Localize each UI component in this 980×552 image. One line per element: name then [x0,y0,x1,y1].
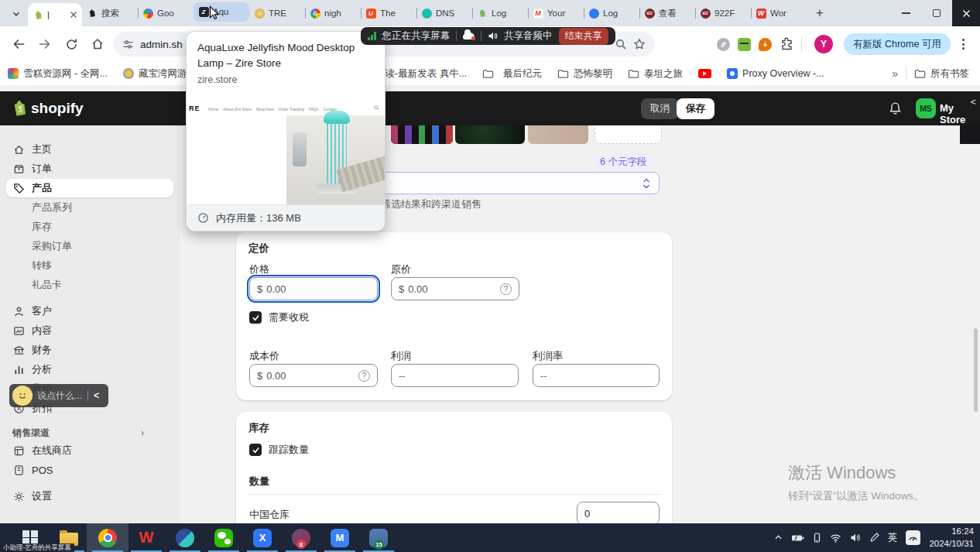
bookmark-xuegao[interactable]: 雪糕资源网 - 全网... [8,67,108,81]
tab-goo[interactable]: Goo [138,0,194,26]
chrome-icon[interactable] [98,523,118,552]
sidebar-item-transfers[interactable]: 转移 [6,256,173,275]
tab-your-gmail[interactable]: MYour [528,0,584,26]
save-button[interactable]: 保存 [677,98,714,119]
tab-active-shopify[interactable]: | [28,3,82,26]
shield-app-icon[interactable] [175,523,195,552]
sidebar-item-online-store[interactable]: 在线商店 [6,441,173,460]
sidebar-item-collections[interactable]: 产品系列 [6,198,173,217]
forward-button[interactable] [34,33,56,55]
sidebar-item-finances[interactable]: 财务 [6,341,173,359]
compare-price-input[interactable]: $0.00? [391,277,519,300]
tab-wor-word[interactable]: WWor [751,0,807,26]
bookmark-cangbaowan[interactable]: 藏宝湾网游 [123,67,187,81]
store-avatar[interactable]: MS [916,98,936,118]
hidden-icons-chevron[interactable] [774,533,783,542]
bookmarks-overflow-icon[interactable]: » [892,67,898,80]
media-thumbnail-dark[interactable] [455,125,525,144]
close-button[interactable] [952,0,980,26]
zoom-icon[interactable] [615,38,627,50]
site-settings-icon[interactable] [122,39,134,50]
chat-input[interactable]: 说点什么... [37,389,82,403]
link-extension-icon[interactable] [717,38,730,51]
notifications-bell-icon[interactable] [889,101,902,115]
ime-indicator[interactable]: 英 [888,531,898,544]
tab-search-button[interactable] [6,3,26,25]
media-add-tile[interactable] [595,125,662,144]
tab-log-shopify[interactable]: Log [472,0,528,26]
charge-tax-checkbox-row[interactable]: 需要收税 [249,310,309,324]
profit-input[interactable]: -- [391,364,519,387]
restore-button[interactable] [921,0,952,26]
battery-icon[interactable] [791,533,804,543]
cost-input[interactable]: $0.00? [249,364,378,387]
app-badge-15-icon[interactable]: 15 [368,523,389,552]
download-extension-icon[interactable] [759,38,772,51]
chat-collapse-button[interactable]: < [94,390,99,401]
tab-log-blue[interactable]: Log [584,0,639,26]
wechat-icon[interactable] [214,523,234,552]
collapse-arrow[interactable]: < [970,96,976,108]
media-thumbnail-variants[interactable] [391,125,453,144]
checkbox-checked-icon[interactable] [249,444,262,456]
profile-avatar[interactable]: Y [814,35,833,53]
phone-icon[interactable] [813,533,821,543]
meeting-app-icon[interactable] [463,33,475,39]
bookmark-youtube[interactable] [698,69,711,78]
adblock-glasses-extension-icon[interactable] [738,38,751,51]
tab-chakan-922[interactable]: 922查看 [639,0,695,26]
bookmark-folder-zuihoujiyuan[interactable]: 最后纪元 [482,67,542,81]
bookmark-zuixinfabiao[interactable]: 读-最新发表 真牛... [385,67,468,81]
home-button[interactable] [87,33,108,55]
volume-icon[interactable] [850,533,861,543]
smiley-icon[interactable] [12,386,33,406]
tab-aqu-zire[interactable]: ZAqu [194,2,249,22]
sidebar-item-orders[interactable]: 订单 [6,159,173,178]
taskbar-clock[interactable]: 16:24 2024/10/31 [929,526,974,550]
price-input[interactable]: $0.00 [249,277,378,300]
tab-the[interactable]: UThe [361,0,416,26]
pen-icon[interactable] [869,533,879,543]
browser-menu-icon[interactable] [957,33,971,55]
media-thumbnail-beige[interactable] [528,125,588,144]
bookmark-folder-kongbuliming[interactable]: 恐怖黎明 [557,67,612,81]
all-bookmarks-folder[interactable]: 所有书签 [914,67,969,81]
sidebar-item-home[interactable]: 主页 [6,140,173,159]
track-quantity-checkbox-row[interactable]: 跟踪数量 [249,443,309,457]
help-icon[interactable]: ? [500,283,512,295]
sidebar-item-customers[interactable]: 客户 [6,302,173,321]
app-badge-8-icon[interactable]: 8 [291,523,311,552]
sidebar-item-purchase-orders[interactable]: 采购订单 [6,237,173,255]
tab-close-icon[interactable] [70,11,77,19]
sidebar-item-products[interactable]: 产品 [6,179,173,197]
sidebar-item-pos[interactable]: POS [6,461,173,479]
tab-922f[interactable]: 922922F [695,0,751,26]
back-button[interactable] [8,33,29,55]
bookmark-star-icon[interactable] [633,38,646,50]
checkbox-checked-icon[interactable] [249,311,262,324]
tab-tre[interactable]: TRE [249,0,305,26]
cancel-button[interactable]: 取消 [641,98,679,119]
bookmark-proxy-overview[interactable]: Proxy Overview -... [727,68,824,79]
sidebar-item-settings[interactable]: 设置 [6,487,173,506]
minimize-button[interactable] [890,0,921,26]
stop-sharing-button[interactable]: 结束共享 [559,28,608,45]
gauge-tray-icon[interactable] [906,530,920,545]
extensions-puzzle-icon[interactable] [780,37,793,51]
wps-icon[interactable]: W [136,523,156,552]
bookmark-folder-taitanzhilv[interactable]: 泰坦之旅 [628,67,683,81]
help-icon[interactable]: ? [358,370,370,382]
tab-sousuo[interactable]: 搜索 [82,0,138,26]
wifi-icon[interactable] [830,533,841,543]
margin-input[interactable]: -- [533,364,660,387]
sidebar-item-analytics[interactable]: 分析 [6,360,173,379]
sidebar-item-content[interactable]: 内容 [6,321,173,340]
sidebar-item-gift-cards[interactable]: 礼品卡 [6,276,173,294]
m-app-icon[interactable]: M [330,523,350,552]
new-tab-button[interactable]: + [810,3,830,23]
page-scrollbar[interactable] [974,328,978,412]
metafields-badge[interactable]: 6 个元字段 [592,154,654,170]
chrome-update-button[interactable]: 有新版 Chrome 可用 [844,33,951,55]
sidebar-item-inventory[interactable]: 库存 [6,218,173,236]
sales-channels-header[interactable]: 销售渠道› [6,426,173,440]
